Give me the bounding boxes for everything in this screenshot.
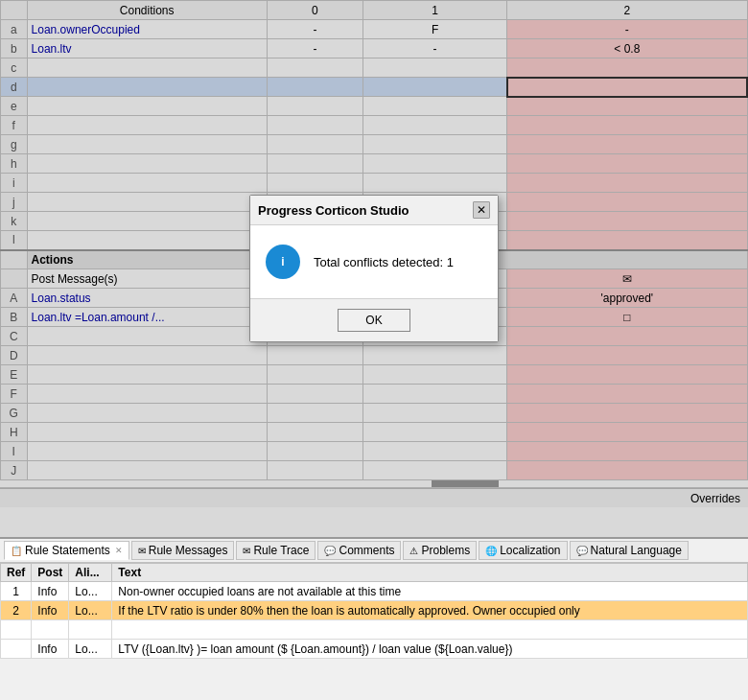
tab-rule-statements[interactable]: 📋 Rule Statements ✕	[4, 541, 129, 560]
stmt-row[interactable]: Info Lo... LTV ({Loan.ltv} )= loan amoun…	[1, 640, 748, 659]
natural-language-icon: 💬	[576, 546, 588, 556]
comments-icon: 💬	[324, 546, 336, 556]
tab-label: Localization	[500, 544, 560, 557]
tab-label: Rule Trace	[253, 544, 309, 557]
modal-message: Total conflicts detected: 1	[314, 255, 454, 269]
tab-label: Rule Messages	[149, 544, 228, 557]
rule-statements-icon: 📋	[11, 546, 22, 556]
stmt-header-row: Ref Post Ali... Text	[1, 564, 748, 582]
modal-dialog: Progress Corticon Studio ✕ i Total confl…	[249, 195, 499, 342]
ali-cell: Lo...	[69, 640, 112, 659]
ref-cell: 1	[1, 582, 32, 601]
grid-area: Conditions 0 1 2 a Loan.ownerOccupied - …	[0, 0, 748, 537]
text-cell: LTV ({Loan.ltv} )= loan amount ($ {Loan.…	[112, 640, 748, 659]
modal-titlebar: Progress Corticon Studio ✕	[250, 196, 498, 225]
modal-title: Progress Corticon Studio	[258, 203, 409, 218]
bottom-panel: 📋 Rule Statements ✕ ✉ Rule Messages ✉ Ru…	[0, 537, 748, 700]
tab-bar: 📋 Rule Statements ✕ ✉ Rule Messages ✉ Ru…	[0, 539, 748, 563]
post-header: Post	[32, 564, 69, 582]
ali-header: Ali...	[69, 564, 112, 582]
post-cell: Info	[32, 601, 69, 620]
main-container: Conditions 0 1 2 a Loan.ownerOccupied - …	[0, 0, 748, 700]
tab-label: Rule Statements	[25, 544, 110, 557]
modal-close-button[interactable]: ✕	[473, 201, 490, 219]
text-cell: Non-owner occupied loans are not availab…	[112, 582, 748, 601]
tab-comments[interactable]: 💬 Comments	[317, 541, 401, 560]
modal-overlay: Progress Corticon Studio ✕ i Total confl…	[0, 0, 748, 537]
text-header: Text	[112, 564, 748, 582]
stmt-row[interactable]: 2 Info Lo... If the LTV ratio is under 8…	[1, 601, 748, 620]
tab-label: Problems	[421, 544, 470, 557]
tab-natural-language[interactable]: 💬 Natural Language	[570, 541, 689, 560]
ref-cell	[1, 640, 32, 659]
post-cell: Info	[32, 640, 69, 659]
ali-cell: Lo...	[69, 582, 112, 601]
rule-trace-icon: ✉	[243, 546, 250, 556]
tab-problems[interactable]: ⚠ Problems	[403, 541, 477, 560]
statements-table-container: Ref Post Ali... Text 1 Info Lo... Non-ow…	[0, 563, 748, 700]
tab-label: Natural Language	[591, 544, 682, 557]
stmt-row	[1, 620, 748, 640]
text-cell: If the LTV ratio is under 80% then the l…	[112, 601, 748, 620]
ok-button[interactable]: OK	[338, 309, 409, 332]
problems-icon: ⚠	[409, 546, 418, 556]
modal-body: i Total conflicts detected: 1	[250, 225, 498, 298]
post-cell: Info	[32, 582, 69, 601]
info-icon: i	[266, 245, 300, 279]
statements-table: Ref Post Ali... Text 1 Info Lo... Non-ow…	[0, 563, 748, 659]
modal-footer: OK	[250, 298, 498, 341]
ref-cell: 2	[1, 601, 32, 620]
tab-localization[interactable]: 🌐 Localization	[479, 541, 567, 560]
ali-cell: Lo...	[69, 601, 112, 620]
info-icon-letter: i	[281, 255, 284, 268]
tab-rule-messages[interactable]: ✉ Rule Messages	[131, 541, 235, 560]
stmt-row[interactable]: 1 Info Lo... Non-owner occupied loans ar…	[1, 582, 748, 601]
tab-close[interactable]: ✕	[115, 546, 123, 555]
tab-rule-trace[interactable]: ✉ Rule Trace	[236, 541, 316, 560]
localization-icon: 🌐	[485, 546, 497, 556]
ref-header: Ref	[1, 564, 32, 582]
rule-messages-icon: ✉	[138, 546, 146, 556]
tab-label: Comments	[339, 544, 394, 557]
